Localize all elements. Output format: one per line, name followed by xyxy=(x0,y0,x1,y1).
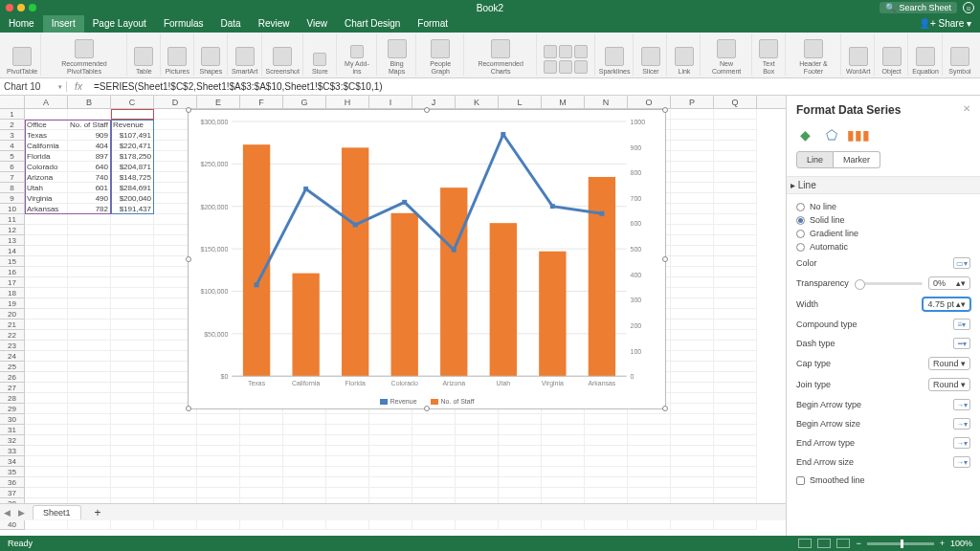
ribbon-link[interactable]: Link xyxy=(668,33,701,76)
minimize-window-icon[interactable] xyxy=(17,4,25,11)
name-box[interactable]: Chart 10▾ xyxy=(0,81,67,92)
ribbon-recommended-pivottables[interactable]: Recommended PivotTables xyxy=(42,33,127,76)
status-ready: Ready xyxy=(8,539,33,548)
ribbon-text-box[interactable]: Text Box xyxy=(753,33,786,76)
tab-formulas[interactable]: Formulas xyxy=(155,15,212,33)
ribbon-bing-maps[interactable]: Bing Maps xyxy=(378,33,416,76)
smoothed-line-check[interactable]: Smoothed line xyxy=(796,472,970,489)
feedback-icon[interactable]: ☺ xyxy=(963,2,974,13)
zoom-out-button[interactable]: − xyxy=(856,539,860,548)
page-break-view-button[interactable] xyxy=(836,539,850,548)
transparency-stepper[interactable]: 0%▴▾ xyxy=(928,276,970,290)
ribbon-store[interactable]: Store xyxy=(304,33,337,76)
svg-rect-44 xyxy=(402,200,407,205)
formula-input[interactable]: =SERIES(Sheet1!$C$2,Sheet1!$A$3:$A$10,Sh… xyxy=(90,81,980,92)
ribbon-header-footer[interactable]: Header & Footer xyxy=(787,33,841,76)
ribbon-sparklines[interactable]: Sparklines xyxy=(596,33,635,76)
join-type-combo[interactable]: Round▾ xyxy=(928,378,970,391)
tab-data[interactable]: Data xyxy=(212,15,250,33)
svg-rect-27 xyxy=(292,274,319,377)
workbook-title: Book2 xyxy=(477,3,503,13)
ribbon-slicer[interactable]: Slicer xyxy=(635,33,667,76)
begin-arrow-type-picker[interactable]: →▾ xyxy=(953,399,970,410)
radio-solid-line[interactable]: Solid line xyxy=(796,213,970,227)
svg-rect-43 xyxy=(353,223,358,228)
svg-text:0: 0 xyxy=(631,373,635,380)
tab-chart-design[interactable]: Chart Design xyxy=(336,15,409,33)
zoom-slider[interactable] xyxy=(867,542,934,545)
ribbon-charts-gallery[interactable] xyxy=(538,33,595,76)
close-window-icon[interactable] xyxy=(6,4,13,11)
dash-type-picker[interactable]: ━▾ xyxy=(953,338,970,349)
add-sheet-button[interactable]: + xyxy=(85,504,111,521)
window-controls[interactable] xyxy=(6,4,36,11)
ribbon-wordart[interactable]: WordArt xyxy=(842,33,875,76)
svg-text:Arkansas: Arkansas xyxy=(588,380,615,386)
svg-text:400: 400 xyxy=(631,272,642,278)
tab-review[interactable]: Review xyxy=(250,15,299,33)
svg-text:900: 900 xyxy=(631,144,642,151)
tab-home[interactable]: Home xyxy=(0,15,43,33)
width-stepper[interactable]: 4.75 pt▴▾ xyxy=(923,298,970,311)
radio-gradient-line[interactable]: Gradient line xyxy=(796,227,970,240)
svg-rect-25 xyxy=(243,144,270,376)
transparency-slider[interactable] xyxy=(855,282,923,285)
zoom-level[interactable]: 100% xyxy=(950,539,972,548)
radio-automatic[interactable]: Automatic xyxy=(796,240,970,253)
svg-rect-37 xyxy=(539,252,566,376)
svg-rect-48 xyxy=(599,211,604,216)
ribbon-equation[interactable]: Equation xyxy=(909,33,943,76)
fx-icon[interactable]: fx xyxy=(67,81,90,92)
embedded-chart[interactable]: $0$50,000$100,000$150,000$200,000$250,00… xyxy=(188,109,666,409)
sheet-nav-prev[interactable]: ◀ xyxy=(0,508,14,518)
status-bar: Ready − + 100% xyxy=(0,536,980,551)
line-marker-segment[interactable]: Line Marker xyxy=(796,151,970,168)
tab-format[interactable]: Format xyxy=(409,15,457,33)
ribbon-symbol[interactable]: Symbol xyxy=(944,33,976,76)
color-picker[interactable]: ▭▾ xyxy=(953,257,970,269)
ribbon-people-graph[interactable]: People Graph xyxy=(417,33,464,76)
normal-view-button[interactable] xyxy=(798,539,812,548)
column-headers[interactable]: A B C D E F G H I J K L M N O P Q xyxy=(0,96,786,109)
series-options-tab-icon[interactable]: ▮▮▮ xyxy=(850,126,867,143)
line-section-header[interactable]: ▸ Line xyxy=(787,176,980,194)
svg-text:200: 200 xyxy=(631,322,642,329)
share-button[interactable]: 👤+ Share ▾ xyxy=(910,15,980,33)
ribbon-smartart[interactable]: SmartArt xyxy=(229,33,262,76)
chart-legend[interactable]: Revenue No. of Staff xyxy=(189,398,665,405)
svg-text:700: 700 xyxy=(631,195,642,202)
tab-insert[interactable]: Insert xyxy=(43,15,84,33)
radio-no-line[interactable]: No line xyxy=(796,200,970,213)
svg-text:$50,000: $50,000 xyxy=(204,331,228,338)
sheet-nav-next[interactable]: ▶ xyxy=(14,508,29,518)
ribbon-new-comment[interactable]: New Comment xyxy=(702,33,751,76)
ribbon-screenshot[interactable]: Screenshot xyxy=(263,33,303,76)
ribbon-tabs: Home Insert Page Layout Formulas Data Re… xyxy=(0,15,980,33)
cap-type-combo[interactable]: Round▾ xyxy=(928,357,970,370)
maximize-window-icon[interactable] xyxy=(29,4,36,11)
effects-tab-icon[interactable]: ⬠ xyxy=(823,126,840,143)
sheet-tab[interactable]: Sheet1 xyxy=(33,505,81,519)
search-sheet-input[interactable]: 🔍 Search Sheet xyxy=(880,2,957,13)
select-all-corner[interactable] xyxy=(0,96,25,109)
svg-text:Utah: Utah xyxy=(496,380,510,386)
page-layout-view-button[interactable] xyxy=(817,539,831,548)
end-arrow-type-picker[interactable]: →▾ xyxy=(953,437,970,449)
ribbon-pivottable[interactable]: PivotTable xyxy=(4,33,41,76)
ribbon-object[interactable]: Object xyxy=(876,33,908,76)
ribbon-pictures[interactable]: Pictures xyxy=(162,33,194,76)
ribbon-my-addins[interactable]: My Add-ins xyxy=(338,33,377,76)
tab-page-layout[interactable]: Page Layout xyxy=(84,15,155,33)
fill-line-tab-icon[interactable]: ◆ xyxy=(796,126,813,143)
ribbon-table[interactable]: Table xyxy=(128,33,161,76)
compound-type-picker[interactable]: ≡▾ xyxy=(953,319,970,330)
worksheet-area[interactable]: A B C D E F G H I J K L M N O P Q 123456… xyxy=(0,96,787,536)
row-headers[interactable]: 1234567891011121314151617181920212223242… xyxy=(0,109,25,530)
end-arrow-size-picker[interactable]: →▾ xyxy=(953,456,970,468)
ribbon-recommended-charts[interactable]: Recommended Charts xyxy=(465,33,536,76)
begin-arrow-size-picker[interactable]: →▾ xyxy=(953,418,970,430)
close-pane-icon[interactable]: ✕ xyxy=(963,103,970,114)
tab-view[interactable]: View xyxy=(298,15,336,33)
zoom-in-button[interactable]: + xyxy=(940,539,945,548)
ribbon-shapes[interactable]: Shapes xyxy=(195,33,228,76)
